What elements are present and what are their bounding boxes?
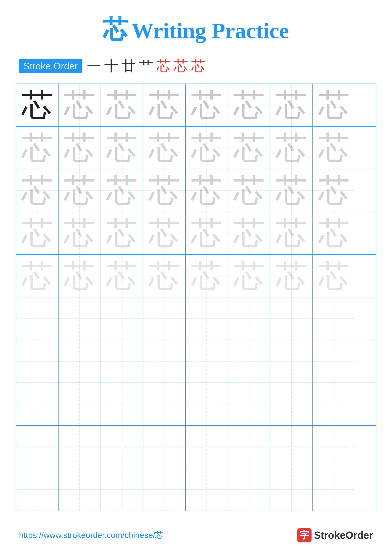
footer: https://www.strokeorder.com/chinese/芯 字 …	[0, 528, 392, 542]
grid-cell[interactable]	[228, 468, 271, 511]
title-char: 芯	[103, 15, 128, 44]
grid-cell[interactable]	[313, 340, 355, 383]
grid-cell[interactable]: 芯	[228, 255, 271, 297]
grid-cell[interactable]	[271, 426, 313, 468]
grid-cell[interactable]	[143, 426, 186, 468]
grid-cell[interactable]	[313, 468, 355, 511]
char-display: 芯	[233, 89, 265, 121]
grid-cell[interactable]: 芯	[16, 84, 58, 126]
grid-cell[interactable]: 芯	[186, 169, 228, 212]
grid-cell[interactable]	[313, 383, 355, 425]
grid-cell[interactable]	[101, 340, 143, 383]
grid-cell[interactable]	[143, 340, 186, 383]
grid-cell[interactable]	[58, 468, 101, 511]
grid-cell[interactable]	[313, 426, 355, 468]
grid-cell[interactable]	[186, 383, 228, 425]
grid-cell[interactable]: 芯	[313, 169, 355, 212]
grid-cell[interactable]	[58, 297, 101, 340]
grid-cell[interactable]: 芯	[143, 84, 186, 126]
char-display: 芯	[64, 132, 95, 164]
char-display: 芯	[149, 217, 180, 249]
grid-cell[interactable]	[101, 297, 143, 340]
grid-cell[interactable]	[186, 426, 228, 468]
grid-cell[interactable]	[143, 297, 186, 340]
char-display: 芯	[64, 175, 95, 206]
grid-cell[interactable]	[16, 383, 58, 425]
grid-cell[interactable]	[101, 383, 143, 425]
grid-cell[interactable]: 芯	[58, 84, 101, 126]
stroke-order-chars: 一 十 廿 艹 芯 芯 芯	[87, 56, 205, 76]
char-display: 芯	[106, 132, 138, 164]
grid-cell[interactable]	[101, 468, 143, 511]
grid-cell[interactable]: 芯	[16, 127, 58, 169]
grid-cell[interactable]	[16, 297, 58, 340]
grid-cell[interactable]	[186, 468, 228, 511]
char-display: 芯	[106, 89, 138, 121]
grid-row	[16, 468, 376, 511]
grid-cell[interactable]	[271, 383, 313, 425]
grid-cell[interactable]: 芯	[143, 255, 186, 297]
grid-cell[interactable]: 芯	[271, 169, 313, 212]
grid-cell[interactable]: 芯	[228, 127, 271, 169]
grid-cell[interactable]: 芯	[58, 127, 101, 169]
char-display: 芯	[276, 175, 307, 206]
grid-cell[interactable]: 芯	[101, 127, 143, 169]
grid-cell[interactable]: 芯	[228, 84, 271, 126]
grid-cell[interactable]: 芯	[228, 169, 271, 212]
grid-cell[interactable]: 芯	[271, 127, 313, 169]
char-display: 芯	[318, 260, 350, 292]
char-display: 芯	[21, 260, 53, 292]
char-display: 芯	[276, 89, 307, 121]
grid-cell[interactable]	[228, 426, 271, 468]
grid-cell[interactable]	[228, 340, 271, 383]
grid-cell[interactable]	[143, 383, 186, 425]
grid-cell[interactable]: 芯	[271, 212, 313, 254]
grid-cell[interactable]: 芯	[313, 255, 355, 297]
grid-cell[interactable]	[16, 468, 58, 511]
char-display: 芯	[149, 175, 180, 206]
grid-cell[interactable]	[58, 383, 101, 425]
grid-cell[interactable]: 芯	[58, 169, 101, 212]
grid-cell[interactable]: 芯	[101, 255, 143, 297]
grid-cell[interactable]: 芯	[143, 127, 186, 169]
grid-cell[interactable]: 芯	[101, 169, 143, 212]
grid-cell[interactable]	[16, 426, 58, 468]
grid-cell[interactable]: 芯	[143, 212, 186, 254]
grid-cell[interactable]	[101, 426, 143, 468]
grid-cell[interactable]	[16, 340, 58, 383]
grid-cell[interactable]: 芯	[313, 212, 355, 254]
grid-cell[interactable]: 芯	[313, 84, 355, 126]
grid-cell[interactable]	[58, 426, 101, 468]
grid-cell[interactable]	[228, 297, 271, 340]
grid-cell[interactable]	[143, 468, 186, 511]
char-display: 芯	[191, 89, 222, 121]
grid-cell[interactable]: 芯	[228, 212, 271, 254]
grid-cell[interactable]: 芯	[186, 84, 228, 126]
grid-cell[interactable]: 芯	[143, 169, 186, 212]
grid-cell[interactable]	[186, 340, 228, 383]
grid-cell[interactable]: 芯	[313, 127, 355, 169]
grid-cell[interactable]: 芯	[271, 84, 313, 126]
stroke-5: 芯	[156, 56, 171, 76]
grid-cell[interactable]	[271, 297, 313, 340]
grid-cell[interactable]: 芯	[101, 84, 143, 126]
grid-cell[interactable]: 芯	[271, 255, 313, 297]
grid-cell[interactable]: 芯	[16, 212, 58, 254]
grid-cell[interactable]: 芯	[186, 127, 228, 169]
grid-cell[interactable]	[271, 340, 313, 383]
grid-cell[interactable]: 芯	[58, 212, 101, 254]
grid-cell[interactable]: 芯	[58, 255, 101, 297]
practice-grid: 芯 芯 芯 芯 芯 芯 芯 芯 芯 芯 芯 芯 芯 芯 芯 芯 芯 芯 芯 芯 …	[16, 84, 376, 511]
grid-cell[interactable]	[186, 297, 228, 340]
grid-cell[interactable]: 芯	[186, 255, 228, 297]
grid-row	[16, 426, 376, 468]
grid-cell[interactable]	[271, 468, 313, 511]
grid-cell[interactable]: 芯	[16, 169, 58, 212]
grid-cell[interactable]: 芯	[16, 255, 58, 297]
grid-cell[interactable]	[58, 340, 101, 383]
footer-url[interactable]: https://www.strokeorder.com/chinese/芯	[19, 530, 163, 541]
grid-cell[interactable]: 芯	[186, 212, 228, 254]
grid-cell[interactable]: 芯	[101, 212, 143, 254]
grid-cell[interactable]	[228, 383, 271, 425]
grid-cell[interactable]	[313, 297, 355, 340]
